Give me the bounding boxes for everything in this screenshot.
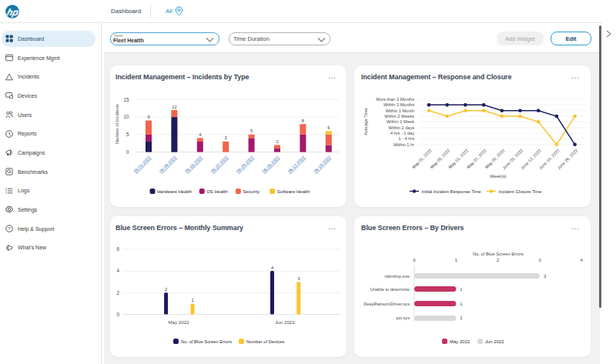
svg-text:2: 2 [116, 290, 119, 296]
svg-text:3: 3 [544, 274, 546, 279]
svg-text:10: 10 [123, 114, 129, 119]
svg-text:Within 2 days: Within 2 days [388, 125, 414, 130]
svg-text:DeepRansomDriver.sys: DeepRansomDriver.sys [363, 302, 410, 306]
svg-text:1: 1 [460, 302, 462, 306]
svg-text:8: 8 [302, 119, 304, 123]
svg-text:0: 0 [116, 312, 119, 317]
svg-text:06-05-2022: 06-05-2022 [261, 155, 280, 173]
svg-text:1: 1 [455, 257, 458, 262]
svg-text:1: 1 [460, 316, 462, 320]
svg-text:12: 12 [172, 105, 176, 109]
svg-text:Week(s): Week(s) [490, 174, 507, 179]
svg-text:5: 5 [126, 132, 129, 137]
svg-text:5: 5 [250, 129, 253, 133]
svg-text:9: 9 [147, 115, 149, 119]
svg-text:Hardware Health: Hardware Health [157, 189, 192, 194]
svg-text:3: 3 [225, 135, 227, 140]
svg-text:15: 15 [123, 97, 129, 102]
svg-text:3: 3 [538, 257, 541, 262]
svg-text:4: 4 [271, 265, 274, 270]
svg-text:05-22-2022: 05-22-2022 [209, 155, 228, 173]
svg-text:05-01-2022: 05-01-2022 [132, 155, 151, 173]
svg-text:2: 2 [497, 257, 500, 262]
svg-text:Software Health: Software Health [277, 189, 310, 194]
svg-text:Incident Closure Time: Incident Closure Time [499, 189, 542, 194]
svg-text:Within 1 hr: Within 1 hr [393, 142, 414, 147]
svg-text:6: 6 [116, 246, 119, 252]
svg-text:?: ? [8, 226, 11, 231]
svg-text:OS Health: OS Health [206, 189, 228, 194]
svg-text:hp: hp [6, 7, 20, 18]
svg-text:Jun 2022: Jun 2022 [275, 319, 295, 325]
svg-text:Within 3 Months: Within 3 Months [383, 102, 414, 107]
svg-text:No. of Blue Screen Errors: No. of Blue Screen Errors [473, 252, 524, 256]
svg-text:Within 1 Week: Within 1 Week [387, 119, 414, 124]
svg-text:pci.sys: pci.sys [397, 316, 410, 320]
svg-text:05-29-2022: 05-29-2022 [236, 155, 254, 173]
svg-text:Unable to determine: Unable to determine [370, 287, 410, 292]
svg-text:4: 4 [580, 257, 583, 262]
svg-text:2: 2 [276, 139, 278, 144]
svg-text:Initial Incident Response Time: Initial Incident Response Time [422, 189, 481, 194]
svg-text:06-12-2022: 06-12-2022 [287, 155, 306, 173]
svg-text:1: 1 [191, 298, 193, 302]
svg-text:More than 3 Months: More than 3 Months [376, 97, 414, 102]
svg-text:05-15-2022: 05-15-2022 [184, 155, 203, 173]
svg-text:Number of Incidents: Number of Incidents [115, 104, 119, 144]
svg-text:6: 6 [327, 125, 330, 130]
svg-text:3: 3 [297, 276, 300, 281]
svg-text:06-19-2022: 06-19-2022 [313, 155, 331, 173]
svg-text:0: 0 [126, 149, 129, 155]
svg-text:0: 0 [413, 257, 416, 262]
svg-text:4: 4 [116, 268, 119, 273]
svg-text:No. of Blue Screen Errors: No. of Blue Screen Errors [181, 339, 232, 344]
svg-text:Average Time: Average Time [363, 108, 368, 135]
svg-text:1 - 4 hrs: 1 - 4 hrs [398, 136, 414, 141]
svg-text:May 2022: May 2022 [450, 339, 470, 344]
svg-text:May 2022: May 2022 [168, 319, 189, 325]
svg-text:2: 2 [165, 287, 167, 292]
svg-text:Security: Security [243, 189, 259, 194]
svg-text:Jun 2022: Jun 2022 [485, 339, 504, 344]
svg-text:Number of Devices: Number of Devices [246, 339, 284, 344]
svg-text:4 hrs - 1 day: 4 hrs - 1 day [390, 131, 414, 135]
svg-text:Within 1 Month: Within 1 Month [386, 109, 414, 113]
svg-text:1: 1 [460, 287, 462, 292]
svg-text:05-08-2022: 05-08-2022 [159, 155, 177, 173]
svg-text:Within 2 Weeks: Within 2 Weeks [384, 114, 414, 119]
svg-text:ntkrnlmp.exe: ntkrnlmp.exe [384, 274, 410, 279]
